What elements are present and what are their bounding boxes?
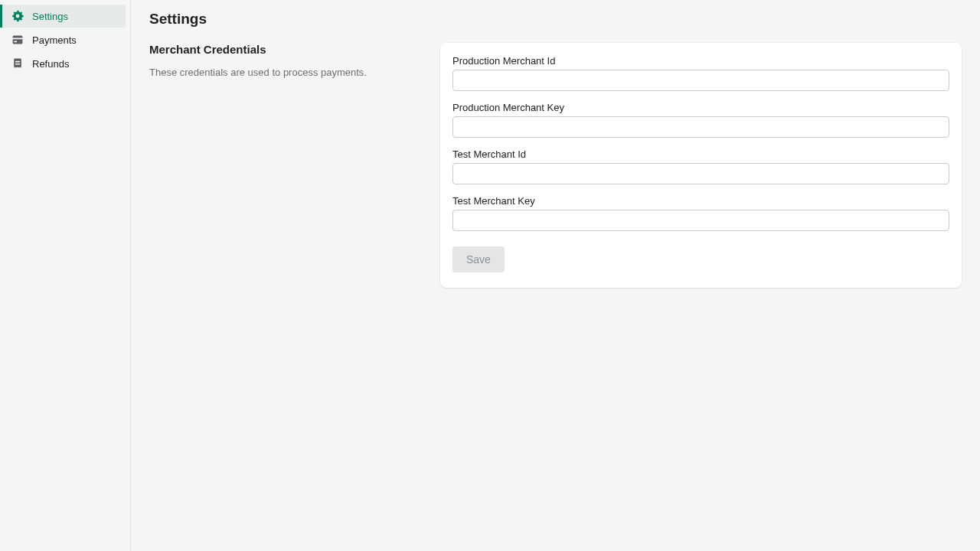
production-merchant-id-input[interactable] [452, 70, 949, 91]
sidebar-item-payments[interactable]: Payments [0, 28, 126, 51]
sidebar-item-refunds[interactable]: Refunds [0, 52, 126, 75]
form-label: Production Merchant Key [452, 102, 949, 113]
main-content: Settings Merchant Credentials These cred… [131, 0, 980, 551]
test-merchant-key-input[interactable] [452, 210, 949, 231]
test-merchant-id-input[interactable] [452, 163, 949, 184]
save-button[interactable]: Save [452, 246, 505, 272]
section-info: Merchant Credentials These credentials a… [149, 43, 425, 288]
form-group-test-id: Test Merchant Id [452, 148, 949, 184]
form-label: Test Merchant Id [452, 148, 949, 160]
section-title: Merchant Credentials [149, 43, 425, 56]
page-title: Settings [149, 11, 962, 28]
form-group-prod-id: Production Merchant Id [452, 55, 949, 91]
sidebar-item-label: Settings [32, 11, 68, 22]
credentials-card: Production Merchant Id Production Mercha… [440, 43, 962, 288]
sidebar: Settings Payments Refunds [0, 0, 131, 551]
form-label: Test Merchant Key [452, 195, 949, 207]
sidebar-item-settings[interactable]: Settings [0, 5, 126, 28]
production-merchant-key-input[interactable] [452, 116, 949, 138]
sidebar-item-label: Refunds [32, 58, 69, 70]
section-description: These credentials are used to process pa… [149, 65, 425, 80]
receipt-icon [11, 57, 24, 70]
form-group-test-key: Test Merchant Key [452, 195, 949, 231]
content-row: Merchant Credentials These credentials a… [149, 43, 962, 288]
gear-icon [11, 9, 24, 23]
credit-card-icon [11, 33, 24, 47]
form-group-prod-key: Production Merchant Key [452, 102, 949, 138]
sidebar-item-label: Payments [32, 34, 77, 46]
form-label: Production Merchant Id [452, 55, 949, 67]
